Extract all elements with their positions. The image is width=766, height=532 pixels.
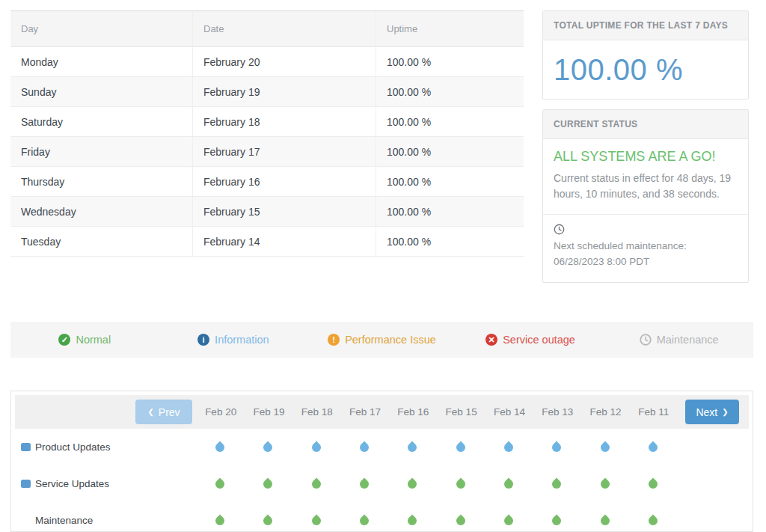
droplet-status-icon[interactable] xyxy=(454,441,467,453)
legend-item-information: iInformation xyxy=(159,334,308,346)
history-row: Service Updates xyxy=(15,465,749,502)
cell-day: Tuesday xyxy=(10,236,192,248)
status-cell xyxy=(533,516,580,525)
cell-date: February 17 xyxy=(192,137,376,166)
droplet-status-icon[interactable] xyxy=(502,441,515,453)
droplet-status-icon[interactable] xyxy=(310,477,322,490)
cell-date: February 16 xyxy=(192,167,376,196)
droplet-status-icon[interactable] xyxy=(358,514,371,527)
droplet-status-icon[interactable] xyxy=(551,514,563,527)
cell-uptime: 100.00 % xyxy=(376,197,524,226)
history-row-label[interactable]: Product Updates xyxy=(15,441,196,453)
history-row-label[interactable]: Service Updates xyxy=(15,478,196,489)
cell-uptime: 100.00 % xyxy=(376,77,524,106)
status-cell xyxy=(388,516,436,525)
legend-label: Normal xyxy=(76,334,111,346)
droplet-status-icon[interactable] xyxy=(358,441,371,453)
uptime-table: Day Date Uptime MondayFebruary 20100.00 … xyxy=(10,10,524,257)
cell-day: Monday xyxy=(10,56,192,68)
prev-button[interactable]: ❮ Prev xyxy=(135,400,192,424)
cell-date: February 18 xyxy=(192,107,376,136)
status-cell xyxy=(485,516,533,525)
status-history-table: ❮ Prev Feb 20Feb 19Feb 18Feb 17Feb 16Feb… xyxy=(10,391,753,532)
column-header-date: Date xyxy=(192,11,376,46)
droplet-status-icon[interactable] xyxy=(262,477,275,490)
droplet-status-icon[interactable] xyxy=(598,441,611,453)
current-status-title: CURRENT STATUS xyxy=(543,110,748,139)
date-header: Feb 13 xyxy=(533,406,581,418)
clock-icon xyxy=(554,224,565,235)
droplet-status-icon[interactable] xyxy=(551,441,563,453)
table-row: SundayFebruary 19100.00 % xyxy=(10,77,524,107)
history-rows: Product UpdatesService UpdatesMaintenanc… xyxy=(15,429,749,532)
status-message: ALL SYSTEMS ARE A GO! xyxy=(554,149,738,165)
date-header: Feb 20 xyxy=(197,406,245,418)
cell-date: February 14 xyxy=(192,227,376,256)
cell-uptime: 100.00 % xyxy=(376,167,524,196)
droplet-status-icon[interactable] xyxy=(214,477,227,490)
status-cell xyxy=(436,480,484,489)
droplet-status-icon[interactable] xyxy=(598,477,611,490)
status-cell xyxy=(244,516,292,525)
legend-item-performance-issue: !Performance Issue xyxy=(307,334,456,346)
date-header: Feb 14 xyxy=(485,406,533,418)
column-header-uptime: Uptime xyxy=(376,11,524,46)
exclamation-circle-icon: ! xyxy=(328,334,340,346)
droplet-status-icon[interactable] xyxy=(406,514,419,527)
droplet-status-icon[interactable] xyxy=(358,477,371,490)
cell-day: Wednesday xyxy=(10,206,192,218)
status-cell xyxy=(533,443,580,452)
status-cell xyxy=(196,480,244,489)
x-circle-icon: ✕ xyxy=(485,334,497,346)
droplet-status-icon[interactable] xyxy=(406,441,419,453)
cell-uptime: 100.00 % xyxy=(376,227,524,256)
table-row: SaturdayFebruary 18100.00 % xyxy=(10,107,524,137)
cell-uptime: 100.00 % xyxy=(376,137,524,166)
date-header: Feb 18 xyxy=(293,406,341,418)
droplet-status-icon[interactable] xyxy=(454,514,467,527)
status-cell xyxy=(292,443,340,452)
legend-item-maintenance: Maintenance xyxy=(604,334,753,346)
droplet-status-icon[interactable] xyxy=(262,441,275,453)
table-row: TuesdayFebruary 14100.00 % xyxy=(10,227,524,257)
legend-label: Service outage xyxy=(503,334,575,346)
status-cell xyxy=(436,516,484,525)
date-header: Feb 16 xyxy=(389,406,437,418)
uptime-table-header: Day Date Uptime xyxy=(10,11,524,47)
droplet-status-icon[interactable] xyxy=(502,514,515,527)
date-header: Feb 17 xyxy=(341,406,389,418)
cell-date: February 15 xyxy=(192,197,376,226)
chevron-right-icon: ❯ xyxy=(722,408,728,416)
legend-label: Maintenance xyxy=(657,334,719,346)
droplet-status-icon[interactable] xyxy=(551,477,563,490)
cell-date: February 20 xyxy=(192,47,376,76)
droplet-status-icon[interactable] xyxy=(310,441,322,453)
droplet-status-icon[interactable] xyxy=(214,441,227,453)
droplet-status-icon[interactable] xyxy=(454,477,467,490)
status-cell xyxy=(244,443,292,452)
table-row: ThursdayFebruary 16100.00 % xyxy=(10,167,524,197)
droplet-status-icon[interactable] xyxy=(598,514,611,527)
status-legend: ✓NormaliInformation!Performance Issue✕Se… xyxy=(10,322,753,358)
next-button[interactable]: Next ❯ xyxy=(685,400,739,424)
legend-label: Performance Issue xyxy=(345,334,436,346)
status-cell xyxy=(629,516,677,525)
status-cell xyxy=(485,480,533,489)
folder-icon xyxy=(21,480,31,488)
total-uptime-title: TOTAL UPTIME FOR THE LAST 7 DAYS xyxy=(543,11,748,40)
droplet-status-icon[interactable] xyxy=(646,441,659,453)
droplet-status-icon[interactable] xyxy=(646,514,659,527)
droplet-status-icon[interactable] xyxy=(646,477,659,490)
droplet-status-icon[interactable] xyxy=(406,477,419,490)
cell-day: Thursday xyxy=(10,176,192,188)
cell-uptime: 100.00 % xyxy=(376,107,524,136)
droplet-status-icon[interactable] xyxy=(502,477,515,490)
cell-date: February 19 xyxy=(192,77,376,106)
status-cell xyxy=(388,480,436,489)
maintenance-label: Next scheduled maintenance: xyxy=(554,240,687,251)
history-row-label-text: Product Updates xyxy=(35,441,111,453)
history-row-label: Maintenance xyxy=(15,515,196,526)
droplet-status-icon[interactable] xyxy=(262,514,275,527)
droplet-status-icon[interactable] xyxy=(310,514,322,527)
droplet-status-icon[interactable] xyxy=(214,514,227,527)
